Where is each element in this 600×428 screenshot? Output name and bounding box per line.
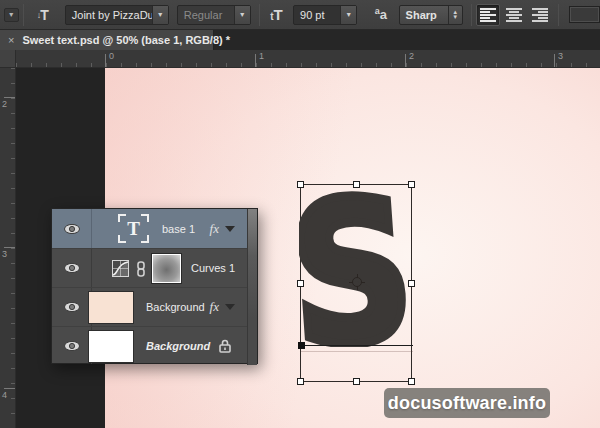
divider — [471, 4, 472, 26]
svg-text:S: S — [299, 187, 415, 347]
spin-down-glyph: ▼ — [452, 15, 458, 20]
text-layer-thumbnail[interactable]: T — [118, 214, 149, 243]
divider — [23, 4, 24, 26]
layer-row-background-fill[interactable]: Background fx — [52, 287, 247, 326]
watermark-text: docusoftware.info — [388, 393, 546, 414]
handle-bottom-right[interactable] — [408, 378, 415, 385]
handle-bottom-left[interactable] — [297, 378, 304, 385]
horizontal-ruler: 0 1 2 3 — [16, 50, 600, 68]
font-family-combo[interactable]: Joint by PizzaDu... ▼ — [65, 5, 169, 25]
visibility-cell[interactable] — [52, 249, 92, 287]
baseline-handle[interactable] — [298, 342, 305, 349]
font-family-value[interactable]: Joint by PizzaDu... — [66, 6, 152, 24]
photoshop-window: ▼ ↓T Joint by PizzaDu... ▼ Regular ▼ tT … — [0, 0, 600, 428]
workspace: 0 1 2 3 2 3 4 S — [0, 50, 600, 428]
handle-top-right[interactable] — [408, 181, 415, 188]
ruler-number: 3 — [558, 51, 563, 61]
layers-panel: T base 1 fx — [51, 208, 258, 364]
align-center-button[interactable] — [502, 4, 526, 26]
panel-scrollbar[interactable] — [247, 209, 257, 365]
transform-bounding-box: S — [300, 184, 412, 382]
text-options-bar: ▼ ↓T Joint by PizzaDu... ▼ Regular ▼ tT … — [0, 0, 600, 30]
layer-mask-thumbnail[interactable] — [151, 253, 182, 284]
fx-expand-arrow-icon[interactable] — [225, 226, 235, 232]
document-tab-bar: × Sweet text.psd @ 50% (base 1, RGB/8) * — [0, 30, 600, 50]
anti-alias-value[interactable]: Sharp — [400, 6, 448, 24]
aa-big-glyph: a — [380, 8, 387, 23]
tool-preset-dropdown[interactable]: ▼ — [4, 8, 19, 22]
fx-badge[interactable]: fx — [210, 299, 219, 315]
text-color-swatch[interactable] — [569, 6, 600, 23]
ruler-number: 0 — [109, 51, 114, 61]
eye-icon[interactable] — [64, 341, 80, 351]
font-size-combo[interactable]: 90 pt ▼ — [293, 5, 357, 25]
layer-row-background-locked[interactable]: Background — [52, 326, 247, 364]
font-size-dropdown-icon[interactable]: ▼ — [340, 6, 356, 24]
text-align-group — [476, 4, 552, 26]
font-size-icon: tT — [264, 6, 289, 23]
align-left-button[interactable] — [476, 4, 500, 26]
reference-point-icon[interactable] — [352, 277, 362, 287]
ruler-major-tick — [405, 54, 406, 67]
ruler-major-tick — [4, 97, 15, 98]
text-baseline-shadow — [301, 351, 413, 352]
handle-top-center[interactable] — [353, 181, 360, 188]
layer-row-base-1[interactable]: T base 1 fx — [52, 209, 247, 248]
font-size-value[interactable]: 90 pt — [294, 6, 340, 24]
anti-alias-spinner-icon[interactable]: ▲ ▼ — [448, 6, 462, 24]
canvas-area: S — [16, 68, 600, 428]
handle-middle-left[interactable] — [297, 280, 304, 287]
layer-name[interactable]: Curves 1 — [191, 262, 235, 274]
tab-title: Sweet text.psd @ 50% (base 1, RGB/8) * — [22, 34, 230, 46]
fx-expand-arrow-icon[interactable] — [225, 304, 235, 310]
layer-name[interactable]: Background — [146, 340, 210, 352]
font-style-value: Regular — [178, 6, 234, 24]
font-style-combo: Regular ▼ — [177, 5, 251, 25]
ruler-major-tick — [4, 247, 15, 248]
visibility-cell[interactable] — [52, 327, 92, 364]
watermark-badge: docusoftware.info — [384, 388, 550, 418]
layer-thumbnail[interactable] — [88, 291, 134, 324]
handle-bottom-center[interactable] — [353, 378, 360, 385]
size-icon-big-glyph: T — [273, 6, 282, 23]
visibility-cell[interactable] — [52, 288, 92, 326]
selection-bracket — [118, 235, 126, 243]
lock-icon — [219, 339, 231, 353]
curves-adjustment-icon[interactable] — [112, 260, 129, 277]
text-baseline — [301, 345, 413, 346]
font-family-dropdown-icon[interactable]: ▼ — [152, 6, 168, 24]
visibility-cell[interactable] — [52, 209, 92, 248]
divider — [259, 4, 260, 26]
handle-top-left[interactable] — [297, 181, 304, 188]
selection-bracket — [141, 214, 149, 222]
ruler-number: 1 — [259, 51, 264, 61]
align-right-button[interactable] — [528, 4, 552, 26]
selection-bracket — [118, 214, 126, 222]
orientation-t-glyph: T — [40, 7, 48, 23]
eye-icon[interactable] — [64, 302, 80, 312]
mask-content — [153, 255, 180, 282]
ruler-major-tick — [255, 54, 256, 67]
eye-icon[interactable] — [64, 224, 80, 234]
text-orientation-icon[interactable]: ↓T — [28, 7, 57, 23]
handle-middle-right[interactable] — [408, 280, 415, 287]
align-left-icon — [480, 8, 496, 22]
align-right-icon — [532, 8, 548, 22]
ruler-number: 2 — [409, 51, 414, 61]
ruler-number: 2 — [2, 99, 7, 109]
ruler-corner — [0, 50, 16, 68]
layer-row-curves-1[interactable]: Curves 1 — [52, 248, 247, 287]
vertical-ruler: 2 3 4 — [0, 68, 16, 428]
tab-close-icon[interactable]: × — [8, 34, 14, 46]
divider — [558, 4, 559, 26]
layer-name[interactable]: base 1 — [162, 223, 195, 235]
layer-name[interactable]: Background — [146, 301, 205, 313]
ruler-major-tick — [105, 54, 106, 67]
layer-thumbnail[interactable] — [88, 330, 134, 363]
fx-badge[interactable]: fx — [210, 221, 219, 237]
anti-alias-select[interactable]: Sharp ▲ ▼ — [399, 5, 463, 25]
document-tab[interactable]: × Sweet text.psd @ 50% (base 1, RGB/8) * — [0, 30, 214, 50]
letter-glyph[interactable]: S — [299, 187, 415, 347]
layer-mask-link-icon[interactable] — [136, 261, 146, 277]
eye-icon[interactable] — [64, 263, 80, 273]
